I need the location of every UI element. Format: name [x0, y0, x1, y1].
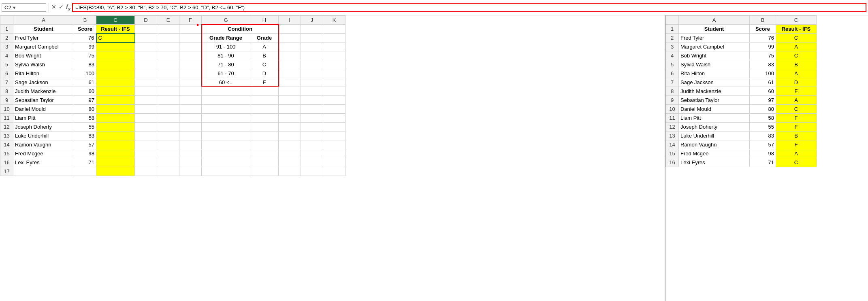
- right-cell-C3[interactable]: A: [776, 42, 817, 51]
- cell-D7[interactable]: [135, 78, 157, 87]
- cancel-icon[interactable]: ✕: [51, 4, 56, 11]
- cell-J10[interactable]: [301, 105, 323, 114]
- cell-I9[interactable]: [279, 96, 301, 105]
- cell-I8[interactable]: [279, 87, 301, 96]
- cell-B17[interactable]: [74, 167, 96, 176]
- cell-ref-dropdown-icon[interactable]: ▼: [12, 5, 17, 10]
- cell-A7[interactable]: Sage Jackson: [13, 78, 74, 87]
- right-cell-B6[interactable]: 100: [750, 69, 776, 78]
- cell-H8[interactable]: [250, 87, 279, 96]
- cell-I4[interactable]: [279, 51, 301, 60]
- cell-A5[interactable]: Sylvia Walsh: [13, 60, 74, 69]
- right-cell-A5[interactable]: Sylvia Walsh: [679, 60, 750, 69]
- cell-C3[interactable]: [96, 42, 135, 51]
- cell-J16[interactable]: [301, 158, 323, 167]
- cell-K17[interactable]: [323, 167, 345, 176]
- col-header-H[interactable]: H: [250, 16, 279, 25]
- right-cell-A1[interactable]: Student: [679, 25, 750, 34]
- cell-A13[interactable]: Luke Underhill: [13, 131, 74, 140]
- cell-D8[interactable]: [135, 87, 157, 96]
- cell-I11[interactable]: [279, 114, 301, 123]
- cell-B16[interactable]: 71: [74, 158, 96, 167]
- cell-E5[interactable]: [157, 60, 179, 69]
- right-col-header-B[interactable]: B: [750, 16, 776, 25]
- col-header-A[interactable]: A: [13, 16, 74, 25]
- cell-A12[interactable]: Joseph Doherty: [13, 123, 74, 131]
- right-cell-B16[interactable]: 71: [750, 158, 776, 167]
- cell-C16[interactable]: [96, 158, 135, 167]
- cell-D6[interactable]: [135, 69, 157, 78]
- right-cell-A13[interactable]: Luke Underhill: [679, 131, 750, 140]
- cell-H2[interactable]: Grade: [250, 34, 279, 42]
- cell-I17[interactable]: [279, 167, 301, 176]
- cell-reference-box[interactable]: C2 ▼: [2, 3, 46, 12]
- cell-G7[interactable]: 60 <=: [202, 78, 250, 87]
- right-cell-B11[interactable]: 58: [750, 114, 776, 123]
- cell-I6[interactable]: [279, 69, 301, 78]
- cell-H7[interactable]: F: [250, 78, 279, 87]
- cell-K12[interactable]: [323, 123, 345, 131]
- cell-F12[interactable]: [179, 123, 202, 131]
- right-cell-A2[interactable]: Fred Tyler: [679, 34, 750, 42]
- right-cell-B3[interactable]: 99: [750, 42, 776, 51]
- cell-G8[interactable]: [202, 87, 250, 96]
- cell-I16[interactable]: [279, 158, 301, 167]
- right-cell-C16[interactable]: C: [776, 158, 817, 167]
- cell-G9[interactable]: [202, 96, 250, 105]
- right-cell-C7[interactable]: D: [776, 78, 817, 87]
- cell-D13[interactable]: [135, 131, 157, 140]
- cell-K14[interactable]: [323, 140, 345, 149]
- cell-K6[interactable]: [323, 69, 345, 78]
- cell-E9[interactable]: [157, 96, 179, 105]
- cell-F14[interactable]: [179, 140, 202, 149]
- cell-C9[interactable]: [96, 96, 135, 105]
- cell-G6[interactable]: 61 - 70: [202, 69, 250, 78]
- cell-J13[interactable]: [301, 131, 323, 140]
- cell-K13[interactable]: [323, 131, 345, 140]
- col-header-F[interactable]: F: [179, 16, 202, 25]
- cell-D11[interactable]: [135, 114, 157, 123]
- cell-J8[interactable]: [301, 87, 323, 96]
- cell-H4[interactable]: B: [250, 51, 279, 60]
- col-header-K[interactable]: K: [323, 16, 345, 25]
- cell-F10[interactable]: [179, 105, 202, 114]
- right-cell-A16[interactable]: Lexi Eyres: [679, 158, 750, 167]
- cell-B14[interactable]: 57: [74, 140, 96, 149]
- cell-D1[interactable]: [135, 25, 157, 34]
- cell-D5[interactable]: [135, 60, 157, 69]
- cell-H6[interactable]: D: [250, 69, 279, 78]
- cell-D2[interactable]: [135, 34, 157, 42]
- cell-I2[interactable]: [279, 34, 301, 42]
- right-cell-C10[interactable]: C: [776, 105, 817, 114]
- cell-A11[interactable]: Liam Pitt: [13, 114, 74, 123]
- cell-B2[interactable]: 76: [74, 34, 96, 42]
- right-cell-A11[interactable]: Liam Pitt: [679, 114, 750, 123]
- cell-K1[interactable]: [323, 25, 345, 34]
- cell-J15[interactable]: [301, 149, 323, 158]
- right-cell-C8[interactable]: F: [776, 87, 817, 96]
- cell-C4[interactable]: [96, 51, 135, 60]
- cell-J17[interactable]: [301, 167, 323, 176]
- cell-B4[interactable]: 75: [74, 51, 96, 60]
- col-header-J[interactable]: J: [301, 16, 323, 25]
- cell-G2[interactable]: Grade Range: [202, 34, 250, 42]
- col-header-G[interactable]: G: [202, 16, 250, 25]
- right-cell-C13[interactable]: B: [776, 131, 817, 140]
- right-cell-A4[interactable]: Bob Wright: [679, 51, 750, 60]
- right-cell-B1[interactable]: Score: [750, 25, 776, 34]
- right-cell-B4[interactable]: 75: [750, 51, 776, 60]
- cell-F9[interactable]: [179, 96, 202, 105]
- right-cell-A14[interactable]: Ramon Vaughn: [679, 140, 750, 149]
- cell-K2[interactable]: [323, 34, 345, 42]
- cell-F15[interactable]: [179, 149, 202, 158]
- right-cell-C2[interactable]: C: [776, 34, 817, 42]
- cell-A3[interactable]: Margaret Campbel: [13, 42, 74, 51]
- right-cell-A3[interactable]: Margaret Campbel: [679, 42, 750, 51]
- cell-G4[interactable]: 81 - 90: [202, 51, 250, 60]
- cell-J9[interactable]: [301, 96, 323, 105]
- cell-C12[interactable]: [96, 123, 135, 131]
- cell-K3[interactable]: [323, 42, 345, 51]
- cell-F5[interactable]: [179, 60, 202, 69]
- cell-K5[interactable]: [323, 60, 345, 69]
- right-cell-C12[interactable]: F: [776, 123, 817, 131]
